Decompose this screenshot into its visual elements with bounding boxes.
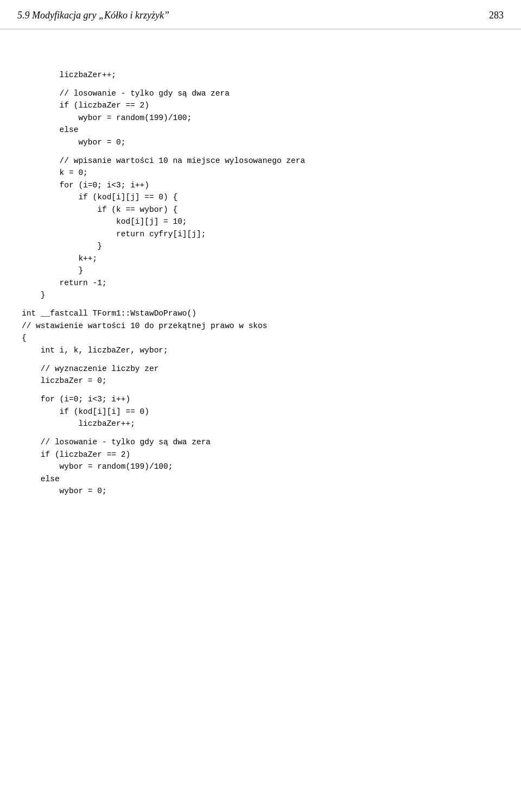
code-line (22, 430, 499, 437)
code-line: // wpisanie wartości 10 na miejsce wylos… (22, 155, 499, 167)
page-header: 5.9 Modyfikacja gry „Kółko i krzyżyk” 28… (0, 0, 521, 29)
page-title: 5.9 Modyfikacja gry „Kółko i krzyżyk” (17, 10, 169, 21)
code-line: // losowanie - tylko gdy są dwa zera (22, 87, 499, 99)
code-line: if (liczbaZer == 2) (22, 99, 499, 111)
code-line: return cyfry[i][j]; (22, 228, 499, 240)
code-line: wybor = random(199)/100; (22, 461, 499, 473)
code-line: k++; (22, 253, 499, 265)
code-line (22, 387, 499, 394)
code-line (22, 301, 499, 308)
code-line: else (22, 124, 499, 136)
code-line: int i, k, liczbaZer, wybor; (22, 344, 499, 356)
code-line: k = 0; (22, 167, 499, 179)
code-line: // wyznaczenie liczby zer (22, 363, 499, 375)
code-line: kod[i][j] = 10; (22, 216, 499, 228)
code-line: // losowanie - tylko gdy są dwa zera (22, 436, 499, 448)
code-line: { (22, 332, 499, 344)
page-container: 5.9 Modyfikacja gry „Kółko i krzyżyk” 28… (0, 0, 521, 812)
code-line: int __fastcall TForm1::WstawDoPrawo() (22, 307, 499, 319)
code-line: else (22, 473, 499, 485)
page-number: 283 (489, 10, 504, 21)
code-line: for (i=0; i<3; i++) (22, 393, 499, 405)
code-line: liczbaZer++; (22, 418, 499, 430)
code-line: if (k == wybor) { (22, 204, 499, 216)
code-line: wybor = 0; (22, 136, 499, 148)
code-line (22, 356, 499, 363)
code-line: } (22, 240, 499, 252)
code-line: if (liczbaZer == 2) (22, 449, 499, 461)
code-line: return -1; (22, 277, 499, 289)
code-line: // wstawienie wartości 10 do przekątnej … (22, 320, 499, 332)
code-line: liczbaZer++; (22, 69, 499, 81)
code-line: wybor = random(199)/100; (22, 112, 499, 124)
code-line: for (i=0; i<3; i++) (22, 179, 499, 191)
code-line: if (kod[i][i] == 0) (22, 406, 499, 418)
code-line: liczbaZer = 0; (22, 375, 499, 387)
code-line: } (22, 265, 499, 276)
code-line (22, 81, 499, 87)
code-block: liczbaZer++; // losowanie - tylko gdy są… (0, 29, 521, 513)
code-line: if (kod[i][j] == 0) { (22, 191, 499, 203)
code-line: wybor = 0; (22, 485, 499, 497)
code-line (22, 148, 499, 155)
code-line: } (22, 289, 499, 301)
